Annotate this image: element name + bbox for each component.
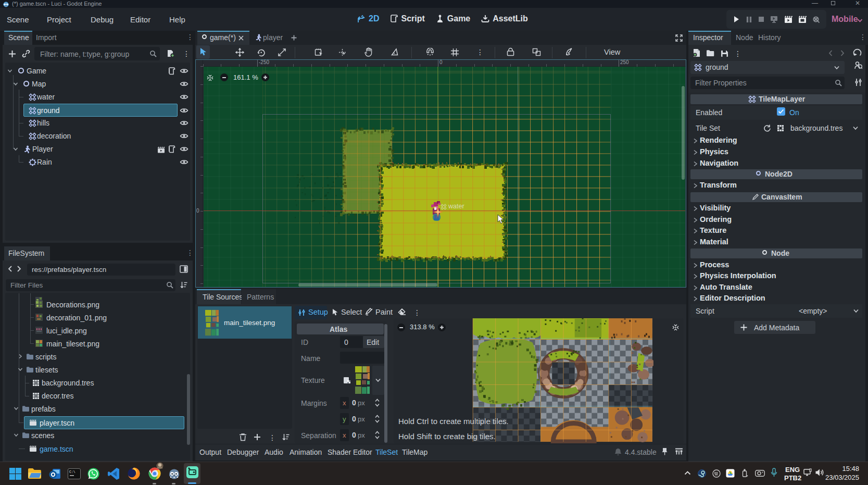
svg-text:C:\: C:\ — [69, 470, 76, 474]
